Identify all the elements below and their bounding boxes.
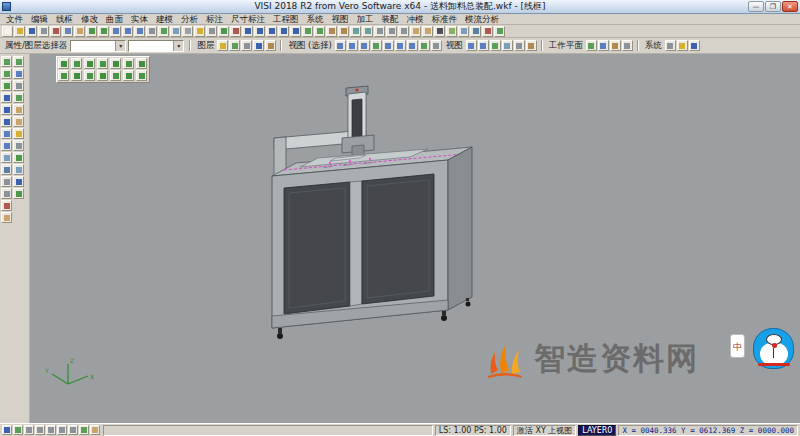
snap-auto-icon[interactable] (136, 70, 147, 81)
snap-grid-icon[interactable] (97, 70, 108, 81)
menu-item[interactable]: 文件 (2, 14, 27, 25)
measure-icon[interactable] (410, 26, 421, 37)
render-tool-icon[interactable] (13, 164, 24, 175)
zoom-window-icon[interactable] (466, 40, 477, 51)
layer-selector[interactable]: ▾ (128, 40, 184, 52)
attribute-selector[interactable]: ▾ (70, 40, 126, 52)
minimize-button[interactable]: — (748, 1, 764, 12)
menu-item[interactable]: 视图 (328, 14, 353, 25)
cabinet-side-face[interactable] (448, 147, 472, 310)
grid-icon[interactable] (206, 26, 217, 37)
right-door-panel[interactable] (362, 174, 434, 304)
menu-item[interactable]: 尺寸标注 (227, 14, 269, 25)
snap-end-icon[interactable] (58, 58, 69, 69)
circle-icon[interactable] (254, 26, 265, 37)
status-track-icon[interactable] (57, 425, 67, 435)
view-left-icon[interactable] (407, 40, 418, 51)
menu-item[interactable]: 线框 (52, 14, 77, 25)
dimension-tool-icon[interactable] (13, 116, 24, 127)
z-axis-slider[interactable] (352, 99, 362, 137)
open-icon[interactable] (14, 26, 25, 37)
view-tool-icon[interactable] (13, 56, 24, 67)
layer-new-icon[interactable] (253, 40, 264, 51)
help-icon[interactable] (689, 40, 700, 51)
snap-perp-icon[interactable] (136, 58, 147, 69)
menu-item[interactable]: 修改 (77, 14, 102, 25)
mirror-icon[interactable] (362, 26, 373, 37)
status-grid-icon[interactable] (24, 425, 34, 435)
move-icon[interactable] (374, 26, 385, 37)
status-ortho-icon[interactable] (35, 425, 45, 435)
view-bottom-icon[interactable] (395, 40, 406, 51)
snap-icon[interactable] (218, 26, 229, 37)
zoom-all-icon[interactable] (478, 40, 489, 51)
menu-item[interactable]: 分析 (177, 14, 202, 25)
feature-tool-icon[interactable] (1, 176, 12, 187)
cut-icon[interactable] (50, 26, 61, 37)
layer-off-icon[interactable] (241, 40, 252, 51)
hide-element-icon[interactable] (514, 40, 525, 51)
settings-icon[interactable] (665, 40, 676, 51)
analysis-icon[interactable] (494, 26, 505, 37)
menu-item[interactable]: 标准件 (428, 14, 462, 25)
zoom-in-icon[interactable] (110, 26, 121, 37)
status-snap-icon[interactable] (13, 425, 23, 435)
rotate-view-icon[interactable] (158, 26, 169, 37)
database-icon[interactable] (677, 40, 688, 51)
left-door-panel[interactable] (284, 182, 350, 314)
boolean-icon[interactable] (482, 26, 493, 37)
fillet-icon[interactable] (302, 26, 313, 37)
maximize-button[interactable]: ❐ (765, 1, 781, 12)
rectangle-icon[interactable] (278, 26, 289, 37)
redo-icon[interactable] (98, 26, 109, 37)
snap-tangent-icon[interactable] (123, 58, 134, 69)
zoom-tool-icon[interactable] (13, 68, 24, 79)
menu-item[interactable]: 编辑 (27, 14, 52, 25)
select-chain-icon[interactable] (1, 80, 12, 91)
snap-angle-icon[interactable] (110, 70, 121, 81)
offset-icon[interactable] (350, 26, 361, 37)
solid-tool-icon[interactable] (1, 164, 12, 175)
shading-mode-icon[interactable] (502, 40, 513, 51)
erase-tool-icon[interactable] (1, 200, 12, 211)
snap-origin-icon[interactable] (84, 70, 95, 81)
workplane-xz-icon[interactable] (598, 40, 609, 51)
line-icon[interactable] (242, 26, 253, 37)
info-tool-icon[interactable] (13, 176, 24, 187)
solid-icon[interactable] (470, 26, 481, 37)
menu-item[interactable]: 加工 (353, 14, 378, 25)
status-polar-icon[interactable] (46, 425, 56, 435)
status-select-icon[interactable] (2, 425, 12, 435)
layers-icon[interactable] (194, 26, 205, 37)
layer-on-icon[interactable] (229, 40, 240, 51)
undo-icon[interactable] (86, 26, 97, 37)
viewport[interactable]: X Y Z 智造资料网 中 (30, 54, 800, 423)
wcs-tool-icon[interactable] (13, 152, 24, 163)
shade-icon[interactable] (170, 26, 181, 37)
close-button[interactable]: ✕ (782, 1, 798, 12)
undo-tool-icon[interactable] (13, 188, 24, 199)
snap-point-icon[interactable] (1, 92, 12, 103)
view-previous-icon[interactable] (431, 40, 442, 51)
surface-icon[interactable] (458, 26, 469, 37)
measure-tool-icon[interactable] (13, 104, 24, 115)
arc-tool-icon[interactable] (1, 128, 12, 139)
paste-icon[interactable] (74, 26, 85, 37)
zoom-out-icon[interactable] (122, 26, 133, 37)
snap-intersect-icon[interactable] (110, 58, 121, 69)
layer-list-icon[interactable] (217, 40, 228, 51)
layer-filter-icon[interactable] (265, 40, 276, 51)
select-box-icon[interactable] (1, 68, 12, 79)
menu-item[interactable]: 装配 (378, 14, 403, 25)
pan-icon[interactable] (146, 26, 157, 37)
text-icon[interactable] (434, 26, 445, 37)
snap-free-icon[interactable] (123, 70, 134, 81)
view-front-icon[interactable] (347, 40, 358, 51)
save-icon[interactable] (26, 26, 37, 37)
workplane-custom-icon[interactable] (622, 40, 633, 51)
menu-item[interactable]: 冲模 (403, 14, 428, 25)
view-iso-icon[interactable] (371, 40, 382, 51)
layer-indicator[interactable]: LAYER0 (578, 425, 616, 436)
view-right-icon[interactable] (359, 40, 370, 51)
dimension-icon[interactable] (422, 26, 433, 37)
